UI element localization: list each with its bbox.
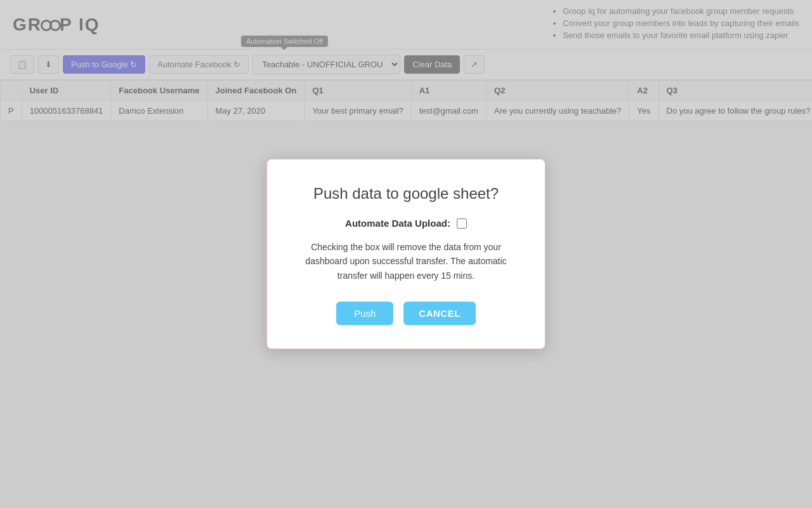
modal-title: Push data to google sheet? [313, 185, 499, 203]
modal-buttons: Push CANCEL [336, 302, 476, 325]
cancel-button[interactable]: CANCEL [403, 302, 476, 325]
modal-overlay: Push data to google sheet? Automate Data… [0, 0, 812, 508]
automate-upload-checkbox[interactable] [457, 218, 467, 229]
automate-upload-label: Automate Data Upload: [345, 218, 450, 229]
push-modal: Push data to google sheet? Automate Data… [266, 159, 546, 349]
automate-upload-row: Automate Data Upload: [345, 218, 467, 229]
modal-description: Checking the box will remove the data fr… [298, 240, 514, 283]
push-button[interactable]: Push [336, 302, 393, 325]
